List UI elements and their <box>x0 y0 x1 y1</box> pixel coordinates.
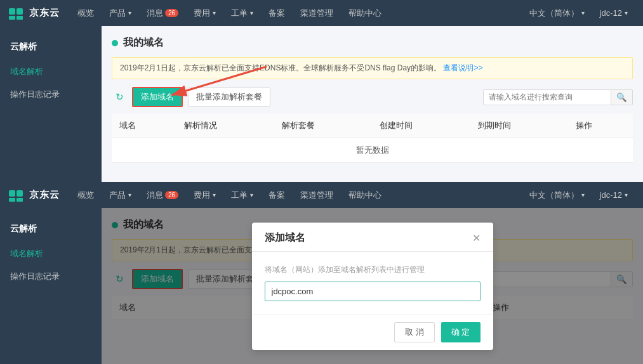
svg-rect-8 <box>9 198 15 202</box>
chevron-billing-2: ▾ <box>213 192 216 198</box>
search-button[interactable]: 🔍 <box>611 90 632 105</box>
message-badge: 26 <box>165 9 178 17</box>
sidebar-item-logs[interactable]: 操作日志记录 <box>0 83 102 106</box>
chevron-down-icon-billing: ▾ <box>213 10 216 16</box>
chevron-tickets-2: ▾ <box>250 192 253 198</box>
domain-input[interactable] <box>265 282 481 301</box>
modal-description: 将域名（网站）添加至域名解析列表中进行管理 <box>265 264 481 275</box>
nav-language[interactable]: 中文（简体）▾ <box>522 0 592 26</box>
sidebar-bottom: 云解析 域名解析 操作日志记录 ? <box>0 208 102 364</box>
nav-overview[interactable]: 概览 <box>70 0 102 26</box>
nav-help-2[interactable]: 帮助中心 <box>341 182 389 208</box>
search-input[interactable] <box>484 90 611 104</box>
cancel-button[interactable]: 取 消 <box>394 322 435 342</box>
empty-hint: 暂无数据 <box>112 138 633 163</box>
svg-rect-6 <box>9 190 15 197</box>
page-wrapper-bottom: 云解析 域名解析 操作日志记录 ? 我的域名 2019年2月1日起，京东云解析已… <box>0 208 643 364</box>
svg-rect-1 <box>17 8 23 15</box>
modal-body: 将域名（网站）添加至域名解析列表中进行管理 <box>252 252 493 314</box>
sidebar-item-logs-2[interactable]: 操作日志记录 <box>0 265 102 288</box>
section-title: 我的域名 <box>112 36 633 49</box>
main-content-bottom: 我的域名 2019年2月1日起，京东云解析已全面支持EDNS标准。全球解析服务不… <box>102 208 643 364</box>
svg-rect-0 <box>9 8 15 15</box>
nav-billing[interactable]: 费用▾ <box>186 0 223 26</box>
svg-rect-2 <box>9 16 15 20</box>
nav-filing-2[interactable]: 备案 <box>261 182 293 208</box>
nav-filing[interactable]: 备案 <box>261 0 293 26</box>
refresh-button[interactable]: ↻ <box>112 89 127 105</box>
toolbar: ↻ 添加域名 批量添加解析套餐 🔍 <box>112 87 633 107</box>
chevron-lang-2: ▾ <box>581 192 585 198</box>
nav-channel[interactable]: 渠道管理 <box>293 0 341 26</box>
confirm-button[interactable]: 确 定 <box>441 322 481 342</box>
col-resolution: 解析情况 <box>176 114 274 138</box>
main-content-top: 我的域名 2019年2月1日起，京东云解析已全面支持EDNS标准。全球解析服务不… <box>102 26 643 182</box>
title-dot <box>112 40 118 46</box>
brand-name: 京东云 <box>29 7 60 19</box>
modal-header: 添加域名 ✕ <box>252 223 493 252</box>
nav-products-2[interactable]: 产品▾ <box>102 182 139 208</box>
svg-rect-9 <box>17 198 23 202</box>
top-nav-1: 京东云 概览 产品▾ 消息26 费用▾ 工单▾ 备案 渠道管理 帮助中心 中文（… <box>0 0 643 26</box>
svg-rect-3 <box>17 16 23 20</box>
notice-text: 2019年2月1日起，京东云解析已全面支持EDNS标准。全球解析服务不受DNS … <box>120 63 441 72</box>
batch-add-button[interactable]: 批量添加解析套餐 <box>188 88 270 107</box>
chevron-down-icon-lang: ▾ <box>581 10 585 16</box>
modal-dialog: 添加域名 ✕ 将域名（网站）添加至域名解析列表中进行管理 取 消 确 定 <box>252 223 493 350</box>
sidebar-item-dns-2[interactable]: 域名解析 <box>0 242 102 265</box>
logo: 京东云 <box>8 4 60 22</box>
modal-title: 添加域名 <box>265 231 305 245</box>
notice-link[interactable]: 查看说明>> <box>443 63 482 72</box>
chevron-down-icon: ▾ <box>128 10 131 16</box>
add-domain-button[interactable]: 添加域名 <box>132 87 183 107</box>
modal-footer: 取 消 确 定 <box>252 314 493 350</box>
nav-user-2[interactable]: jdc-12▾ <box>592 182 635 208</box>
top-nav-2: 京东云 概览 产品▾ 消息26 费用▾ 工单▾ 备案 渠道管理 帮助中心 中文（… <box>0 182 643 208</box>
chevron-user-2: ▾ <box>625 192 628 198</box>
col-package: 解析套餐 <box>274 114 372 138</box>
col-domain: 域名 <box>112 114 176 138</box>
sidebar-item-dns[interactable]: 域名解析 <box>0 60 102 83</box>
nav-tickets-2[interactable]: 工单▾ <box>223 182 261 208</box>
domain-table: 域名 解析情况 解析套餐 创建时间 到期时间 操作 暂无数据 <box>112 114 633 163</box>
nav-messages-2[interactable]: 消息26 <box>139 182 186 208</box>
brand-name-2: 京东云 <box>29 189 60 201</box>
nav-user[interactable]: jdc-12▾ <box>592 0 635 26</box>
nav-overview-2[interactable]: 概览 <box>70 182 102 208</box>
svg-rect-7 <box>17 190 23 197</box>
col-created: 创建时间 <box>372 114 470 138</box>
col-action: 操作 <box>568 114 633 138</box>
chevron-down-icon-user: ▾ <box>625 10 628 16</box>
nav-help[interactable]: 帮助中心 <box>341 0 389 26</box>
nav-products[interactable]: 产品▾ <box>102 0 139 26</box>
notice-bar: 2019年2月1日起，京东云解析已全面支持EDNS标准。全球解析服务不受DNS … <box>112 57 633 79</box>
chevron-down-icon-tickets: ▾ <box>250 10 253 16</box>
nav-billing-2[interactable]: 费用▾ <box>186 182 223 208</box>
logo-2: 京东云 <box>8 186 60 204</box>
logo-icon <box>8 4 25 22</box>
search-box: 🔍 <box>483 89 633 105</box>
message-badge-2: 26 <box>165 191 178 199</box>
sidebar-title-2: 云解析 <box>0 213 102 242</box>
sidebar-top: 云解析 域名解析 操作日志记录 <box>0 26 102 182</box>
nav-tickets[interactable]: 工单▾ <box>223 0 261 26</box>
nav-channel-2[interactable]: 渠道管理 <box>293 182 341 208</box>
logo-icon-2 <box>8 186 25 204</box>
nav-language-2[interactable]: 中文（简体）▾ <box>522 182 592 208</box>
nav-messages[interactable]: 消息26 <box>139 0 186 26</box>
chevron-products-2: ▾ <box>128 192 131 198</box>
modal-close-button[interactable]: ✕ <box>472 232 481 244</box>
sidebar-title: 云解析 <box>0 31 102 60</box>
col-expire: 到期时间 <box>470 114 568 138</box>
modal-overlay: 添加域名 ✕ 将域名（网站）添加至域名解析列表中进行管理 取 消 确 定 <box>102 208 643 364</box>
page-wrapper-top: 云解析 域名解析 操作日志记录 我的域名 2019年2月1日起，京东云解析已全面… <box>0 26 643 182</box>
page-title: 我的域名 <box>123 36 164 49</box>
bottom-section: 京东云 概览 产品▾ 消息26 费用▾ 工单▾ 备案 渠道管理 帮助中心 中文（… <box>0 182 643 364</box>
